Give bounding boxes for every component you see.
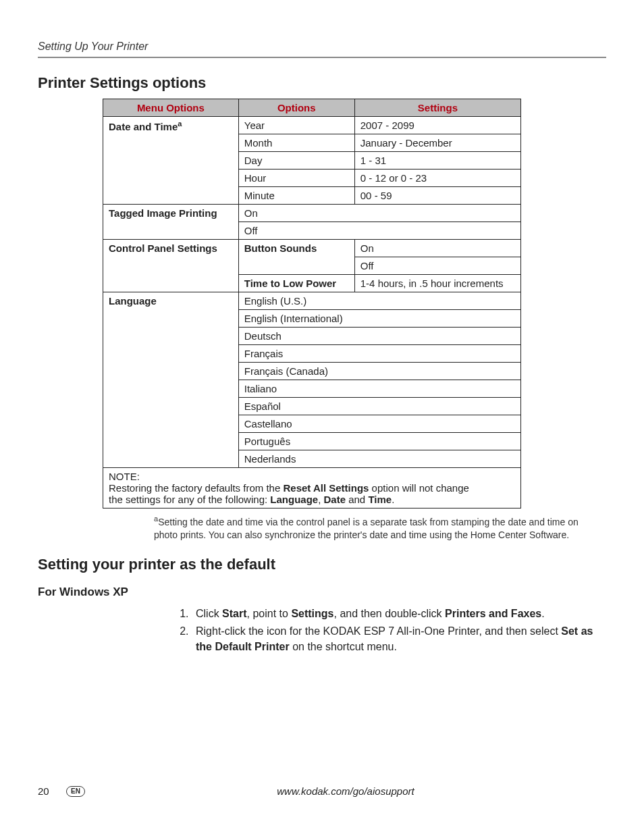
setting-cell: 0 - 12 or 0 - 23 (354, 170, 520, 187)
option-cell: Français (238, 345, 520, 363)
page-number: 20 (38, 785, 65, 797)
table-row: Language English (U.S.) (103, 292, 521, 310)
footnote-text: Setting the date and time via the contro… (154, 517, 579, 540)
language-badge: EN (66, 786, 85, 797)
note-body: Restoring the factory defaults from the … (109, 482, 476, 505)
option-time-low-power: Time to Low Power (238, 275, 354, 292)
printer-settings-table: Menu Options Options Settings Date and T… (103, 99, 521, 509)
option-cell: Castellano (238, 415, 520, 433)
setting-cell: 2007 - 2099 (354, 117, 520, 134)
setting-cell: 1-4 hours, in .5 hour increments (354, 275, 520, 292)
setting-cell: On (354, 240, 520, 257)
steps-list: Click Start, point to Settings, and then… (192, 606, 610, 654)
table-note-row: NOTE: Restoring the factory defaults fro… (103, 468, 521, 509)
heading-windows-xp: For Windows XP (38, 585, 606, 599)
section-default-printer: Setting your printer as the default (38, 556, 606, 573)
running-head: Setting Up Your Printer (38, 41, 606, 58)
table-row: Control Panel Settings Button Sounds On (103, 240, 521, 257)
menu-option-language: Language (103, 292, 239, 468)
option-cell: Day (238, 152, 354, 170)
footer-url: www.kodak.com/go/aiosupport (85, 785, 606, 797)
option-button-sounds: Button Sounds (238, 240, 354, 275)
option-cell: English (International) (238, 310, 520, 328)
th-menu-options: Menu Options (103, 99, 239, 117)
section-printer-settings-options: Printer Settings options (38, 74, 606, 92)
list-item: Click Start, point to Settings, and then… (192, 606, 610, 621)
menu-option-cps: Control Panel Settings (103, 240, 239, 292)
option-cell: Off (238, 222, 520, 240)
option-cell: Português (238, 433, 520, 450)
setting-cell: 1 - 31 (354, 152, 520, 170)
option-cell: Nederlands (238, 450, 520, 468)
footnote: aSetting the date and time via the contr… (154, 514, 586, 541)
option-cell: Deutsch (238, 328, 520, 345)
option-cell: Minute (238, 187, 354, 205)
menu-option-tagged: Tagged Image Printing (103, 205, 239, 240)
note-label: NOTE: (109, 471, 145, 482)
option-cell: Year (238, 117, 354, 134)
page-footer: 20 EN www.kodak.com/go/aiosupport (38, 785, 606, 797)
option-cell: Español (238, 398, 520, 415)
th-settings: Settings (354, 99, 520, 117)
menu-option-date-time: Date and Timea (103, 117, 239, 205)
option-cell: On (238, 205, 520, 222)
setting-cell: Off (354, 257, 520, 275)
option-cell: Hour (238, 170, 354, 187)
setting-cell: 00 - 59 (354, 187, 520, 205)
list-item: Right-click the icon for the KODAK ESP 7… (192, 623, 610, 654)
option-cell: Italiano (238, 380, 520, 398)
setting-cell: January - December (354, 134, 520, 152)
option-cell: Français (Canada) (238, 363, 520, 380)
th-options: Options (238, 99, 354, 117)
table-row: Tagged Image Printing On (103, 205, 521, 222)
table-row: Date and Timea Year 2007 - 2099 (103, 117, 521, 134)
option-cell: Month (238, 134, 354, 152)
option-cell: English (U.S.) (238, 292, 520, 310)
